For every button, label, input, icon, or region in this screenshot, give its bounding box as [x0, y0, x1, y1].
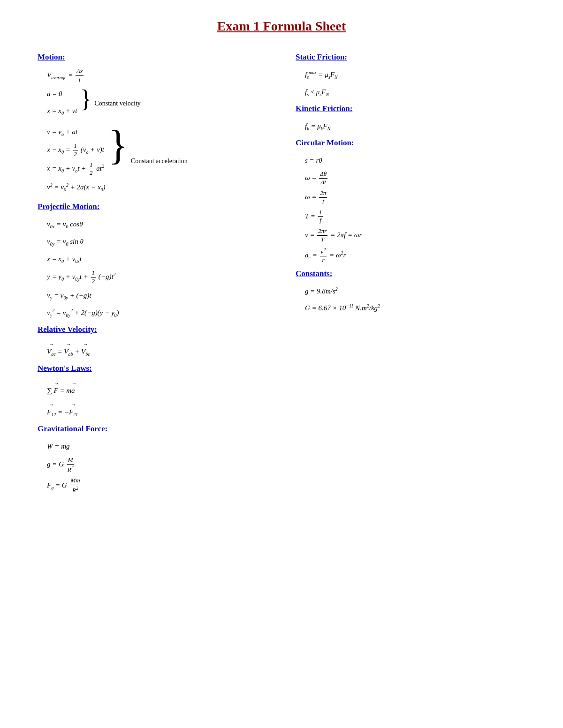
page-title: Exam 1 Formula Sheet: [38, 19, 525, 34]
formula-vy-sq: vy2 = v0y2 + 2(−g)(y − y0): [47, 306, 267, 320]
gravitational-title: Gravitational Force:: [38, 424, 267, 434]
constant-velocity-label: Constant velocity: [94, 100, 140, 107]
constant-accel-label: Constant acceleration: [131, 158, 188, 165]
formula-newton-3: F12 = −F21: [47, 400, 267, 420]
projectile-formulas: v0x = v0 cosθ v0y = v0 sin θ x = x0 + v0…: [47, 217, 267, 320]
section-relative: Relative Velocity: Vac = Vab + Vbc: [38, 325, 267, 359]
motion-formulas: Vaverage = Δx t ā = 0 x = x0 + vt } Cons…: [47, 68, 267, 197]
formula-fs-max: fsmax = μsFN: [305, 68, 525, 82]
formula-vel-circular: v = 2πr T = 2πf = ωr: [305, 227, 525, 244]
formula-fs-leq: fs ≤ μsFN: [305, 85, 525, 99]
section-constants: Constants: g = 9.8m/s2 G = 6.67 × 10−11 …: [296, 269, 525, 315]
gravitational-formulas: W = mg g = G M R2 Fg = G Mm R2: [47, 439, 267, 495]
relative-title: Relative Velocity:: [38, 325, 267, 334]
formula-sum-f: ∑ F = ma: [47, 379, 267, 398]
constants-title: Constants:: [296, 269, 525, 278]
formula-weight: W = mg: [47, 439, 267, 453]
newtons-formulas: ∑ F = ma F12 = −F21: [47, 379, 267, 420]
formula-vy: vy = v0y + (−g)t: [47, 288, 267, 303]
constant-velocity-group: ā = 0 x = x0 + vt } Constant velocity: [47, 87, 267, 121]
section-gravitational: Gravitational Force: W = mg g = G M R2 F…: [38, 424, 267, 495]
formula-v-squared: v2 = v02 + 2a(x − x0): [47, 180, 106, 195]
formula-relative-v: Vac = Vab + Vbc: [47, 340, 267, 359]
formula-centripetal: ac = v2 r = ω2r: [305, 247, 525, 264]
kinetic-friction-title: Kinetic Friction:: [296, 104, 525, 113]
section-kinetic-friction: Kinetic Friction: fk = μkFN: [296, 104, 525, 134]
section-motion: Motion: Vaverage = Δx t ā = 0 x = x0 + v…: [38, 53, 267, 197]
kinetic-friction-formulas: fk = μkFN: [305, 119, 525, 134]
section-static-friction: Static Friction: fsmax = μsFN fs ≤ μsFN: [296, 53, 525, 99]
section-projectile: Projectile Motion: v0x = v0 cosθ v0y = v…: [38, 202, 267, 320]
formula-g-const: g = 9.8m/s2: [305, 284, 525, 298]
formula-x-x0: x − x0 = 12 (vo + v)t: [47, 142, 106, 158]
circular-title: Circular Motion:: [296, 138, 525, 148]
formula-x-const-v: x = x0 + vt: [47, 104, 77, 118]
formula-y-proj: y = y0 + v0yt + 12 (−g)t2: [47, 269, 267, 285]
static-friction-title: Static Friction:: [296, 53, 525, 62]
formula-period: T = 1 f: [305, 209, 525, 225]
formula-a-zero: ā = 0: [47, 87, 77, 101]
formula-grav-force: Fg = G Mm R2: [47, 477, 267, 495]
static-friction-formulas: fsmax = μsFN fs ≤ μsFN: [305, 68, 525, 99]
formula-G-const: G = 6.67 × 10−11 N.m2/kg2: [305, 301, 525, 315]
formula-x-full: x = x0 + vot + 12 at2: [47, 161, 106, 178]
constant-accel-group: v = vo + at x − x0 = 12 (vo + v)t x = x0…: [47, 125, 267, 198]
motion-title: Motion:: [38, 53, 267, 62]
newtons-title: Newton's Laws:: [38, 364, 267, 373]
formula-voy: v0y = v0 sin θ: [47, 234, 267, 249]
formula-fk: fk = μkFN: [305, 119, 525, 134]
formula-omega-def: ω = Δθ Δt: [305, 170, 525, 187]
formula-g-surface: g = G M R2: [47, 456, 267, 474]
formula-x-proj: x = x0 + v0xt: [47, 252, 267, 266]
formula-vox: v0x = v0 cosθ: [47, 217, 267, 232]
projectile-title: Projectile Motion:: [38, 202, 267, 211]
constants-formulas: g = 9.8m/s2 G = 6.67 × 10−11 N.m2/kg2: [305, 284, 525, 315]
formula-v-at: v = vo + at: [47, 125, 106, 139]
section-newtons: Newton's Laws: ∑ F = ma F12 = −F21: [38, 364, 267, 420]
section-circular: Circular Motion: s = rθ ω = Δθ Δt ω = 2π…: [296, 138, 525, 264]
relative-formulas: Vac = Vab + Vbc: [47, 340, 267, 359]
circular-formulas: s = rθ ω = Δθ Δt ω = 2π T T =: [305, 153, 525, 264]
formula-arc: s = rθ: [305, 153, 525, 167]
formula-v-average: Vaverage = Δx t: [47, 68, 267, 84]
formula-omega-period: ω = 2π T: [305, 189, 525, 206]
